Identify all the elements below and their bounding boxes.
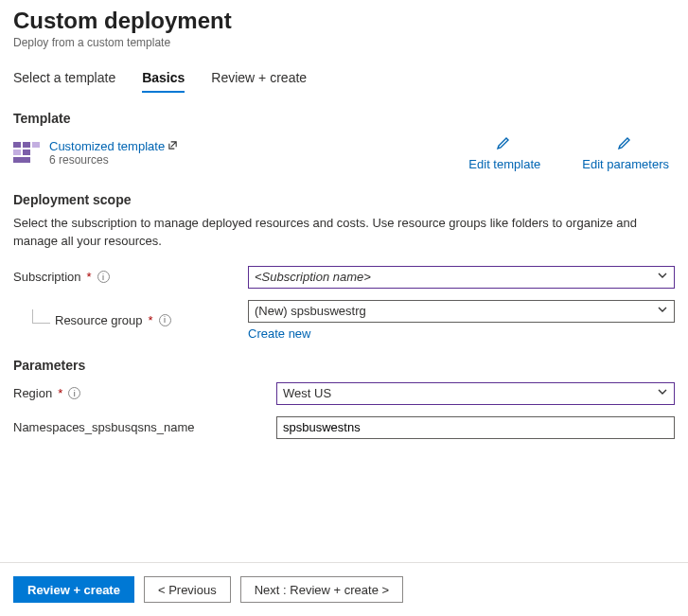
create-new-link[interactable]: Create new (248, 326, 310, 341)
required-marker: * (58, 386, 62, 400)
region-select[interactable]: West US (276, 382, 675, 405)
svg-rect-2 (32, 142, 40, 148)
svg-rect-1 (23, 142, 30, 148)
deployment-scope-heading: Deployment scope (13, 192, 675, 207)
svg-rect-5 (13, 157, 30, 163)
customized-template-link-text: Customized template (49, 139, 165, 153)
previous-button[interactable]: < Previous (144, 576, 231, 603)
edit-parameters-button[interactable]: Edit parameters (582, 133, 669, 171)
region-value: West US (283, 386, 331, 400)
info-icon[interactable]: i (159, 314, 171, 326)
deployment-scope-description: Select the subscription to manage deploy… (13, 215, 675, 251)
external-link-icon (168, 139, 178, 153)
namespace-input[interactable] (276, 416, 675, 439)
subscription-select[interactable]: <Subscription name> (248, 266, 675, 289)
pencil-icon (582, 133, 669, 153)
required-marker: * (87, 270, 92, 284)
required-marker: * (149, 313, 153, 327)
page-title: Custom deployment (13, 8, 675, 34)
svg-rect-4 (23, 150, 30, 155)
edit-template-label: Edit template (468, 157, 540, 171)
pencil-icon (468, 133, 540, 153)
tab-basics[interactable]: Basics (142, 70, 185, 93)
chevron-down-icon (657, 386, 668, 400)
resource-group-value: (New) spsbuswestrg (255, 304, 366, 318)
info-icon[interactable]: i (68, 387, 80, 399)
parameters-heading: Parameters (13, 358, 675, 373)
subscription-label: Subscription (13, 270, 81, 284)
chevron-down-icon (657, 270, 668, 284)
region-label: Region (13, 386, 52, 400)
svg-rect-3 (13, 150, 21, 155)
namespace-label: Namespaces_spsbusqsns_name (13, 420, 195, 434)
resource-group-label: Resource group (55, 313, 143, 327)
tab-review-create[interactable]: Review + create (211, 70, 307, 93)
template-resource-count: 6 resources (49, 153, 178, 167)
page-subtitle: Deploy from a custom template (13, 36, 675, 49)
tab-select-template[interactable]: Select a template (13, 70, 115, 93)
subscription-value: <Subscription name> (255, 270, 371, 284)
chevron-down-icon (657, 304, 668, 318)
footer: Review + create < Previous Next : Review… (0, 562, 688, 616)
customized-template-link[interactable]: Customized template (49, 139, 178, 153)
edit-parameters-label: Edit parameters (582, 157, 669, 171)
info-icon[interactable]: i (97, 271, 110, 283)
template-icon (13, 142, 40, 163)
tabs: Select a template Basics Review + create (13, 70, 675, 94)
next-button[interactable]: Next : Review + create > (240, 576, 403, 603)
svg-rect-0 (13, 142, 21, 148)
resource-group-select[interactable]: (New) spsbuswestrg (248, 300, 675, 323)
edit-template-button[interactable]: Edit template (468, 133, 540, 171)
review-create-button[interactable]: Review + create (13, 576, 134, 603)
template-heading: Template (13, 111, 675, 126)
